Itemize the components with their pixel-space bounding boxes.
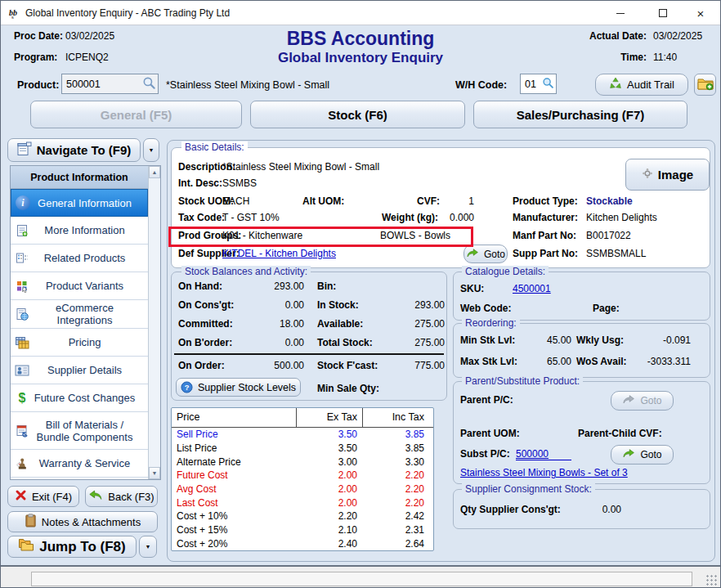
nav-item-pricing[interactable]: Pricing [11, 329, 148, 357]
nav-item-ecommerce-integrations[interactable]: eCommerce Integrations [11, 300, 148, 329]
nav-item-related-products[interactable]: Related Products [11, 245, 148, 272]
window-titlebar: bbs Global Inventory Enquiry - ABC Tradi… [1, 1, 720, 25]
actual-date-value: 03/02/2025 [653, 30, 702, 42]
new-folder-button[interactable] [694, 74, 716, 96]
product-code-input[interactable]: 500001 [61, 74, 159, 94]
time-label: Time: [569, 52, 647, 63]
image-button[interactable]: Image [625, 159, 710, 191]
on-order-value: 500.00 [249, 360, 304, 371]
variants-icon [15, 279, 29, 294]
def-supplier-link[interactable]: KITDEL - Kitchen Delights [222, 248, 336, 259]
on-hand-value: 293.00 [249, 281, 304, 292]
parent-goto-button: Goto [611, 391, 674, 411]
goto-label: Goto [640, 395, 661, 406]
product-type-label: Product Type: [513, 195, 578, 207]
scroll-down-icon[interactable]: ▼ [149, 467, 160, 479]
close-button[interactable]: × [683, 1, 719, 25]
notes-attachments-button[interactable]: Notes & Attachments [7, 511, 158, 532]
navigate-dropdown-button[interactable]: ▼ [143, 138, 159, 162]
resize-grip-icon[interactable] [705, 574, 717, 586]
on-border-value: 0.00 [249, 337, 304, 348]
nav-item-product-variants[interactable]: Product Variants [11, 272, 148, 300]
chevron-down-icon: ▼ [149, 147, 154, 153]
price-header: Price [172, 411, 296, 423]
min-stk-lvl-label: Min Stk Lvl: [460, 334, 515, 346]
tab-stock-label: Stock (F6) [328, 108, 387, 122]
folder-add-icon [697, 76, 714, 93]
goto-arrow-icon [622, 448, 635, 461]
def-supplier-goto-button[interactable]: Goto [464, 245, 508, 263]
nav-list-header: Product Information [11, 166, 148, 189]
exit-label: Exit (F4) [32, 491, 72, 503]
subst-pc-link[interactable]: 500000 [516, 448, 571, 460]
chevron-down-icon: ▼ [146, 544, 151, 550]
price-row-future-cost: Future Cost2.002.20 [172, 469, 433, 483]
wos-avail-label: WoS Avail: [576, 356, 627, 367]
in-stock-label: In Stock: [317, 299, 359, 311]
wh-code-label: W/H Code: [455, 79, 507, 91]
weight-label: Weight (kg): [382, 212, 438, 223]
dollar-icon: $ [15, 391, 29, 406]
maximize-button[interactable] [645, 1, 681, 25]
web-code-label: Web Code: [460, 303, 511, 314]
tab-sales-purchasing[interactable]: Sales/Purchasing (F7) [473, 101, 687, 128]
sku-link[interactable]: 4500001 [513, 283, 551, 294]
qty-supplier-consgt-label: Qty Supplier Cons'gt: [460, 504, 561, 515]
nav-item-supplier-details[interactable]: Supplier Details [11, 357, 148, 384]
price-row-avg-cost: Avg Cost2.002.20 [172, 483, 433, 496]
nav-item-more-information[interactable]: More Information [11, 217, 148, 245]
scroll-up-icon[interactable]: ▲ [149, 166, 160, 178]
tab-stock[interactable]: Stock (F6) [250, 101, 465, 128]
image-icon [642, 168, 653, 182]
subst-description-link[interactable]: Stainless Steel Mixing Bowls - Set of 3 [460, 467, 628, 478]
nav-scrollbar[interactable]: ▲ ▼ [148, 166, 160, 479]
committed-label: Committed: [178, 318, 233, 330]
globe-document-icon [15, 307, 29, 321]
price-table: Price Ex Tax Inc Tax Sell Price3.503.85 … [171, 407, 434, 551]
nav-item-general-information[interactable]: i General Information [11, 189, 148, 217]
app-logo-icon: bbs [8, 6, 22, 23]
inc-tax-header: Inc Tax [362, 408, 433, 427]
search-icon[interactable] [542, 77, 556, 92]
price-row-cost-15: Cost + 15%2.102.31 [172, 523, 433, 537]
back-arrow-icon [88, 489, 103, 504]
subst-goto-button[interactable]: Goto [611, 445, 674, 465]
audit-trail-button[interactable]: Audit Trail [595, 74, 688, 96]
jump-dropdown-button[interactable]: ▼ [139, 536, 157, 558]
on-consgt-value: 0.00 [249, 299, 304, 311]
navigate-to-button[interactable]: Navigate To (F9) [7, 138, 141, 162]
search-icon[interactable] [142, 76, 158, 92]
wh-code-value: 01 [521, 79, 542, 90]
consignment-panel: Supplier Consignment Stock: Qty Supplier… [453, 489, 710, 529]
nav-item-bill-of-materials[interactable]: Bill of Materials / Bundle Components [11, 412, 148, 450]
product-code-value: 500001 [62, 79, 142, 90]
bom-wrench-icon [15, 424, 29, 438]
consignment-title: Supplier Consignment Stock: [462, 483, 595, 495]
description-value: *Stainless Steel Mixing Bowl - Small [222, 161, 379, 173]
nav-item-label: Future Cost Changes [34, 392, 136, 404]
nav-item-label: Supplier Details [47, 364, 122, 376]
nav-item-future-cost-changes[interactable]: $ Future Cost Changes [11, 384, 148, 412]
price-row-list: List Price3.503.85 [172, 442, 433, 456]
wos-avail-value: -3033.311 [632, 356, 691, 367]
minimize-button[interactable] [602, 1, 638, 25]
price-row-alternate: Alternate Price3.003.30 [172, 455, 433, 469]
goto-arrow-gray-icon [622, 394, 635, 407]
supplier-stock-levels-button[interactable]: ? Supplier Stock Levels [176, 378, 301, 397]
parent-substitute-title: Parent/Substitute Product: [462, 375, 583, 387]
back-button[interactable]: Back (F3) [85, 486, 158, 507]
nav-item-label: Bill of Materials / Bundle Components [33, 419, 137, 443]
stock-fcast-label: Stock F'cast: [317, 360, 378, 371]
close-icon: × [697, 7, 705, 20]
wh-code-input[interactable]: 01 [520, 74, 557, 94]
nav-item-label: Related Products [44, 252, 126, 264]
exit-button[interactable]: Exit (F4) [7, 486, 79, 507]
reordering-panel: Reordering: Min Stk Lvl: 45.00 Wkly Usg:… [453, 323, 710, 378]
product-type-value: Stockable [586, 195, 633, 207]
alt-uom-label: Alt UOM: [302, 195, 344, 207]
basic-details-title: Basic Details: [181, 141, 248, 153]
jump-to-button[interactable]: Jump To (F8) [7, 536, 137, 558]
nav-item-warranty-service[interactable]: Warranty & Service [11, 450, 148, 478]
manf-part-value: B0017022 [586, 230, 631, 241]
on-order-label: On Order: [178, 360, 225, 371]
